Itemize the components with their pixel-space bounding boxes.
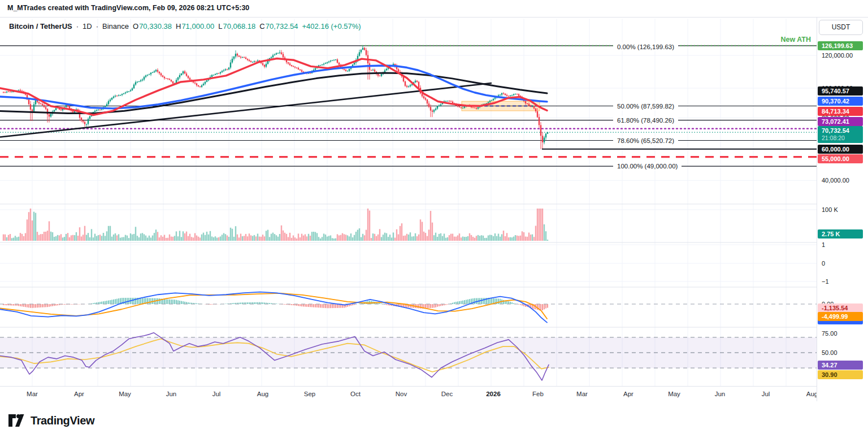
macd-hist-label: -1,135.54: [818, 303, 863, 313]
time-axis-label: Apr: [623, 391, 633, 397]
time-axis-label: Apr: [74, 391, 84, 397]
ohlc-high: H71,000.00: [176, 22, 214, 31]
time-axis-label: Mar: [576, 391, 588, 397]
level-60k-label: 60,000.00: [818, 145, 863, 154]
ma-blue-label: 90,370.42: [818, 97, 863, 106]
ma-red-label: 84,713.34: [818, 107, 863, 116]
tradingview-logo-icon: [8, 413, 26, 428]
ohlc-low: L70,068.18: [218, 22, 255, 31]
time-axis-label: Dec: [441, 391, 453, 397]
bar-countdown: 21:08:20: [822, 135, 845, 141]
price-scale[interactable]: USDT 120,000.00 100,000.00 80,000.00 40,…: [817, 17, 868, 402]
aux-tick-m1: −1: [822, 278, 829, 285]
time-axis-label: May: [668, 391, 680, 397]
time-axis-label: May: [119, 391, 131, 397]
ma-black-label: 95,740.57: [818, 86, 863, 96]
chart-svg[interactable]: [0, 18, 817, 386]
fib-label-100[interactable]: 100.00% (49,000.00): [613, 162, 682, 171]
time-axis-label: Feb: [532, 391, 544, 397]
time-axis-label: Sep: [304, 391, 315, 397]
tradingview-logo[interactable]: TradingView: [8, 413, 94, 428]
separator-dot: ·: [96, 22, 98, 31]
rsi-value-label: 34.27: [818, 361, 863, 370]
time-axis-label: 2026: [486, 391, 501, 397]
fib-label-618[interactable]: 61.80% (78,490.26): [613, 116, 678, 124]
price-change: +402.16 (+0.57%): [302, 22, 361, 31]
rsi-tick-75: 75.00: [822, 330, 837, 337]
volume-current-label: 2.75 K: [818, 229, 863, 238]
fib-label-786[interactable]: 78.60% (65,520.72): [613, 136, 678, 145]
fib-label-0[interactable]: 0.00% (126,199.63): [613, 43, 678, 51]
attribution-bar: M_MTrades created with TradingView.com, …: [0, 0, 868, 17]
time-axis-label: Nov: [396, 391, 407, 397]
currency-toggle-button[interactable]: USDT: [819, 20, 863, 35]
tradingview-chart-page: { "attribution": "M_MTrades created with…: [0, 0, 868, 438]
symbol-header: Bitcoin / TetherUS · 1D · Binance O70,33…: [9, 22, 361, 31]
bottom-strip: TradingView: [0, 401, 868, 438]
aux-tick-0: 0: [822, 260, 825, 267]
chart-canvas[interactable]: Bitcoin / TetherUS · 1D · Binance O70,33…: [0, 17, 817, 402]
attribution-text: M_MTrades created with TradingView.com, …: [7, 4, 249, 12]
macd-signal-label: -4,499.99: [818, 312, 863, 321]
interval-label[interactable]: 1D: [83, 22, 92, 31]
aux-tick-1: 1: [822, 241, 825, 248]
last-price-label: 70,732.54 21:08:20: [818, 126, 863, 143]
purple-level-label: 73,072.41: [818, 117, 863, 126]
new-ath-annotation: New ATH: [781, 36, 811, 44]
time-axis-label: Oct: [350, 391, 361, 397]
separator-dot: ·: [76, 22, 79, 31]
volume-tick-100k: 100 K: [822, 206, 838, 213]
time-axis-label: Aug: [257, 391, 268, 397]
time-axis-label: Jul: [762, 391, 770, 397]
time-axis-label: Jun: [715, 391, 726, 397]
tick-120k: 120,000.00: [822, 52, 853, 59]
rsi-tick-50: 50.00: [822, 349, 837, 356]
tick-40k: 40,000.00: [822, 177, 849, 184]
time-axis-label: Mar: [27, 391, 38, 397]
rsi-ma-value-label: 30.90: [818, 370, 863, 379]
ohlc-close: C70,732.54: [259, 22, 298, 31]
time-axis[interactable]: MarAprMayJunJulAugSepOctNovDec2026FebMar…: [0, 386, 817, 402]
ath-price-label: 126,199.63: [818, 41, 863, 50]
time-axis-label: Jun: [166, 391, 177, 397]
ohlc-open: O70,330.38: [133, 22, 172, 31]
time-axis-label: Jul: [212, 391, 221, 397]
fib-label-50[interactable]: 50.00% (87,599.82): [613, 102, 678, 110]
symbol-name[interactable]: Bitcoin / TetherUS: [9, 22, 72, 31]
level-55k-label: 55,000.00: [818, 154, 863, 163]
tradingview-logo-text: TradingView: [31, 414, 94, 427]
exchange-label: Binance: [102, 22, 129, 31]
